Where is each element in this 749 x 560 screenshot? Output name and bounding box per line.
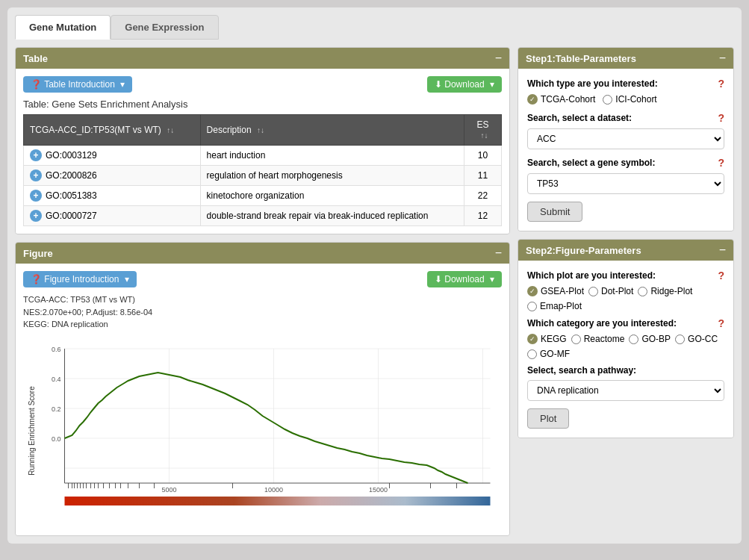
dataset-help-icon[interactable]: ? xyxy=(718,112,724,124)
row-expand-btn[interactable]: + xyxy=(30,149,42,161)
dataset-field-label: Search, select a dataset: ? xyxy=(527,112,724,124)
step1-collapse-btn[interactable]: − xyxy=(719,52,726,64)
tcga-checked-icon: ✓ xyxy=(527,94,538,105)
tcga-cohort-option[interactable]: ✓ TCGA-Cohort xyxy=(527,94,595,105)
category-help-icon[interactable]: ? xyxy=(718,317,724,329)
step2-title: Step2:Figure-Parameters xyxy=(526,245,641,256)
gsea-plot-svg: Running Enrichment Score xyxy=(23,334,502,528)
gene-sets-table: TCGA-ACC_ID:TP53(MT vs WT) ↑↓ Descriptio… xyxy=(23,114,502,226)
category-options-group: ✓ KEGG Reactome GO-BP xyxy=(527,334,724,359)
svg-text:0.6: 0.6 xyxy=(52,346,61,353)
sort-arrows-es[interactable]: ↑↓ xyxy=(481,131,488,140)
plot-options-group: ✓ GSEA-Plot Dot-Plot Ridge-Plot xyxy=(527,286,724,311)
row-expand-btn[interactable]: + xyxy=(30,210,42,222)
row-id-cell: +GO:0003129 xyxy=(24,146,201,166)
y-axis-label: Running Enrichment Score xyxy=(28,385,36,475)
pathway-select[interactable]: DNA replication xyxy=(527,380,724,401)
table-row: +GO:0003129 heart induction 10 xyxy=(24,146,502,166)
row-expand-btn[interactable]: + xyxy=(30,190,42,202)
right-panel: Step1:Table-Parameters − Which type are … xyxy=(518,47,734,536)
table-subtitle: Table: Gene Sets Enrichment Analysis xyxy=(23,99,502,110)
step2-header: Step2:Figure-Parameters − xyxy=(518,240,733,261)
caret-down-icon: ▾ xyxy=(490,79,494,90)
figure-section-title: Figure xyxy=(23,248,53,259)
plot-help-icon[interactable]: ? xyxy=(718,270,724,281)
gene-field-label: Search, select a gene symbol: ? xyxy=(527,157,724,169)
row-es-cell: 11 xyxy=(464,166,502,186)
gene-select[interactable]: TP53 xyxy=(527,173,724,194)
left-panel: Table − ❓ Table Introduction ▾ ⬇ Downloa… xyxy=(15,47,510,536)
step1-header: Step1:Table-Parameters − xyxy=(518,48,733,69)
main-container: Gene Mutation Gene Expression Table − ❓ … xyxy=(7,7,742,544)
category-field-label: Which category are you interested: ? xyxy=(527,317,724,329)
kegg-option[interactable]: ✓ KEGG xyxy=(527,334,567,344)
pathway-field-label: Select, search a pathway: xyxy=(527,365,724,376)
table-toolbar: ❓ Table Introduction ▾ ⬇ Download ▾ xyxy=(23,76,502,93)
figure-toolbar: ❓ Figure Introduction ▾ ⬇ Download ▾ xyxy=(23,271,502,287)
plot-line1: TCGA-ACC: TP53 (MT vs WT) xyxy=(23,293,502,306)
col-header-description: Description ↑↓ xyxy=(200,115,464,146)
reactome-option[interactable]: Reactome xyxy=(571,334,625,344)
figure-download-btn[interactable]: ⬇ Download ▾ xyxy=(427,271,502,287)
go-cc-option[interactable]: GO-CC xyxy=(675,334,718,344)
sort-arrows-desc[interactable]: ↑↓ xyxy=(257,126,264,134)
table-section-body: ❓ Table Introduction ▾ ⬇ Download ▾ Tabl… xyxy=(16,69,509,234)
sort-arrows-id[interactable]: ↑↓ xyxy=(167,126,174,134)
figure-download-icon: ⬇ xyxy=(435,274,444,284)
figure-question-icon: ❓ xyxy=(31,274,44,284)
plot-container: Running Enrichment Score xyxy=(23,334,502,528)
color-bar xyxy=(65,497,491,505)
row-desc-cell: regulation of heart morphogenesis xyxy=(200,166,464,186)
svg-text:10000: 10000 xyxy=(264,486,283,494)
figure-section: Figure − ❓ Figure Introduction ▾ ⬇ Downl… xyxy=(15,242,510,536)
step2-body: Which plot are you interested: ? ✓ GSEA-… xyxy=(518,261,733,438)
submit-btn[interactable]: Submit xyxy=(527,202,582,222)
type-radio-group: ✓ TCGA-Cohort ICI-Cohort xyxy=(527,94,724,105)
table-collapse-btn[interactable]: − xyxy=(495,52,502,64)
table-row: +GO:0000727 double-strand break repair v… xyxy=(24,206,502,226)
ici-cohort-option[interactable]: ICI-Cohort xyxy=(603,94,656,105)
gene-help-icon[interactable]: ? xyxy=(718,157,724,169)
kegg-checked-icon: ✓ xyxy=(527,334,538,344)
tab-gene-expression[interactable]: Gene Expression xyxy=(111,15,218,40)
svg-text:15000: 15000 xyxy=(369,486,388,494)
plot-btn[interactable]: Plot xyxy=(527,408,569,429)
go-mf-option[interactable]: GO-MF xyxy=(527,349,570,359)
row-id-cell: +GO:2000826 xyxy=(24,166,201,186)
plot-field-label: Which plot are you interested: ? xyxy=(527,270,724,281)
ridge-plot-option[interactable]: Ridge-Plot xyxy=(638,286,692,296)
figure-intro-btn[interactable]: ❓ Figure Introduction ▾ xyxy=(23,271,137,287)
table-download-btn[interactable]: ⬇ Download ▾ xyxy=(427,76,502,93)
go-bp-option[interactable]: GO-BP xyxy=(629,334,671,344)
step2-section: Step2:Figure-Parameters − Which plot are… xyxy=(518,239,734,438)
figure-caret-down-icon: ▾ xyxy=(490,274,494,284)
figure-caret-icon: ▾ xyxy=(125,274,129,284)
table-row: +GO:2000826 regulation of heart morphoge… xyxy=(24,166,502,186)
download-icon: ⬇ xyxy=(435,79,444,90)
step1-title: Step1:Table-Parameters xyxy=(526,53,636,64)
table-intro-btn[interactable]: ❓ Table Introduction ▾ xyxy=(23,76,132,93)
col-header-es: ES ↑↓ xyxy=(464,115,502,146)
plot-line2: NES:2.070e+00; P.Adjust: 8.56e-04 xyxy=(23,306,502,319)
emap-plot-option[interactable]: Emap-Plot xyxy=(527,301,582,311)
col-header-id: TCGA-ACC_ID:TP53(MT vs WT) ↑↓ xyxy=(24,115,201,146)
question-icon: ❓ xyxy=(31,79,44,90)
dataset-select[interactable]: ACC xyxy=(527,128,724,149)
type-help-icon[interactable]: ? xyxy=(718,78,724,90)
gsea-plot-option[interactable]: ✓ GSEA-Plot xyxy=(527,286,584,296)
step1-section: Step1:Table-Parameters − Which type are … xyxy=(518,47,734,231)
step1-body: Which type are you interested: ? ✓ TCGA-… xyxy=(518,69,733,231)
figure-section-body: ❓ Figure Introduction ▾ ⬇ Download ▾ TCG… xyxy=(16,264,509,535)
plot-info: TCGA-ACC: TP53 (MT vs WT) NES:2.070e+00;… xyxy=(23,293,502,331)
dot-plot-option[interactable]: Dot-Plot xyxy=(588,286,633,296)
figure-collapse-btn[interactable]: − xyxy=(495,247,502,259)
table-section-header: Table − xyxy=(16,48,509,69)
plot-line3: KEGG: DNA replication xyxy=(23,318,502,331)
table-row: +GO:0051383 kinetochore organization 22 xyxy=(24,186,502,206)
row-es-cell: 10 xyxy=(464,146,502,166)
row-es-cell: 22 xyxy=(464,186,502,206)
tab-gene-mutation[interactable]: Gene Mutation xyxy=(15,15,111,40)
row-expand-btn[interactable]: + xyxy=(30,169,42,181)
step2-collapse-btn[interactable]: − xyxy=(719,244,726,256)
table-section: Table − ❓ Table Introduction ▾ ⬇ Downloa… xyxy=(15,47,510,234)
